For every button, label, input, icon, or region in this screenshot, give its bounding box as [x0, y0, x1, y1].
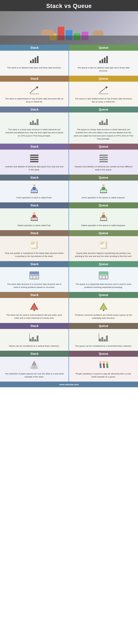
svg-rect-15: [32, 120, 34, 125]
divider-stack-1: Stack: [0, 45, 69, 51]
divider-queue-11: Queue: [69, 351, 138, 357]
section-stack-11: The collection of plates placed one over…: [0, 357, 69, 382]
divider-queue-8: Queue: [69, 261, 138, 267]
stack-text-10: Stacks can be considered as a vertical l…: [9, 344, 60, 348]
divider-3: Stack Queue: [0, 106, 138, 112]
svg-rect-79: [30, 274, 32, 276]
svg-rect-101: [37, 336, 38, 341]
footer-text: www.educba.com: [59, 383, 79, 386]
svg-point-53: [102, 212, 105, 214]
svg-rect-47: [33, 215, 36, 218]
svg-point-122: [103, 361, 105, 363]
svg-rect-71: [100, 244, 103, 244]
svg-rect-94: [34, 310, 35, 311]
svg-rect-19: [99, 122, 101, 125]
stack-text-7: Only one pointer is maintained in the St…: [5, 252, 64, 258]
section-row-6: Delete operation is stack called Pop. De…: [0, 208, 138, 230]
svg-rect-124: [103, 366, 104, 368]
page-title: Stack vs Queue: [2, 3, 136, 9]
queue-text-5: Insert operation in the queue is called …: [82, 196, 125, 199]
queue-icon-1: [98, 54, 109, 64]
section-row-5: Insert operation is stack is called Push…: [0, 180, 138, 202]
queue-icon-8: [98, 270, 109, 281]
svg-rect-6: [102, 59, 103, 63]
queue-text-3: The queue is a linear data structure in …: [74, 128, 133, 140]
queue-text-11: People standing in a queue to pay the el…: [74, 372, 133, 378]
divider-queue-4: Queue: [69, 144, 138, 150]
stack-icon-7: [29, 239, 40, 250]
page-header: Stack vs Queue: [0, 0, 138, 11]
svg-rect-81: [36, 274, 38, 276]
divider-queue-2: Queue: [69, 76, 138, 82]
divider-9: Stack Queue: [0, 292, 138, 298]
section-stack-5: Insert operation is stack is called Push…: [0, 180, 69, 202]
divider-stack-8: Stack: [0, 261, 69, 267]
queue-text-10: The queue can be considered as a horizon…: [75, 344, 132, 348]
queue-text-8: The queue is a sequential data structure…: [74, 283, 133, 289]
section-row-2: The stack is implemented on top of basic…: [0, 82, 138, 107]
section-stack-9: The stack can be used to solve problems …: [0, 298, 69, 323]
divider-6: Stack Queue: [0, 202, 138, 208]
stack-icon-11: [29, 360, 40, 370]
stack-text-3: The stack is a linear data structure in …: [5, 128, 64, 138]
svg-rect-22: [106, 119, 108, 125]
divider-queue-10: Queue: [69, 323, 138, 329]
divider-stack-9: Stack: [0, 292, 69, 298]
svg-rect-42: [101, 190, 107, 192]
section-row-11: The collection of plates placed one over…: [0, 357, 138, 382]
svg-rect-7: [104, 58, 105, 63]
queue-icon-4: [98, 153, 109, 163]
svg-rect-3: [37, 56, 38, 63]
queue-icon-9: [98, 301, 109, 312]
queue-text-4: Insertion and deletion of elements are c…: [74, 165, 133, 172]
svg-rect-1: [32, 59, 34, 63]
divider-5: Stack Queue: [0, 174, 138, 180]
stack-icon-10: [29, 332, 40, 343]
divider-stack-5: Stack: [0, 174, 69, 180]
section-stack-4: Insertion and deletion of elements take …: [0, 150, 69, 174]
hero-image: [0, 11, 138, 45]
svg-rect-2: [35, 58, 36, 63]
svg-rect-21: [104, 123, 105, 125]
svg-rect-20: [101, 120, 103, 125]
svg-rect-83: [99, 272, 108, 274]
queue-icon-11: [98, 360, 109, 370]
svg-point-32: [33, 184, 35, 187]
divider-1: Stack Queue: [0, 45, 138, 51]
divider-4: Stack Queue: [0, 144, 138, 150]
divider-queue-6: Queue: [69, 202, 138, 208]
stack-text-6: Delete operation is stack called Pop.: [18, 224, 51, 227]
queue-icon-3: [98, 116, 109, 126]
svg-rect-31: [99, 161, 108, 162]
divider-stack-6: Stack: [0, 202, 69, 208]
svg-point-46: [33, 212, 35, 214]
divider-2: Stack Queue: [0, 76, 138, 82]
svg-point-39: [102, 184, 105, 187]
section-queue-2: The queue is also implemented on top of …: [69, 82, 138, 106]
section-stack-1: The stack is an abstract data type and l…: [0, 51, 69, 76]
stack-text-8: The stack data structure is a recursive …: [5, 283, 64, 289]
svg-rect-64: [31, 243, 35, 243]
svg-rect-106: [104, 339, 105, 341]
stack-icon-1: [29, 54, 40, 64]
svg-rect-104: [99, 338, 101, 341]
divider-8: Stack Queue: [0, 261, 138, 267]
section-stack-6: Delete operation is stack called Pop.: [0, 208, 69, 230]
svg-rect-73: [30, 272, 39, 274]
divider-stack-10: Stack: [0, 323, 69, 329]
svg-rect-26: [30, 159, 38, 160]
section-queue-10: The queue can be considered as a horizon…: [69, 329, 138, 350]
svg-rect-125: [104, 366, 105, 368]
svg-rect-63: [31, 242, 35, 242]
svg-rect-17: [37, 119, 38, 125]
section-stack-10: Stacks can be considered as a vertical l…: [0, 329, 69, 350]
svg-rect-35: [31, 190, 37, 192]
svg-rect-115: [31, 366, 37, 366]
divider-10: Stack Queue: [0, 323, 138, 329]
footer: www.educba.com: [0, 382, 138, 387]
divider-11: Stack Queue: [0, 351, 138, 357]
svg-rect-121: [101, 366, 102, 368]
queue-icon-5: [98, 184, 109, 194]
section-row-1: The stack is an abstract data type and l…: [0, 51, 138, 76]
divider-queue-1: Queue: [69, 45, 138, 51]
